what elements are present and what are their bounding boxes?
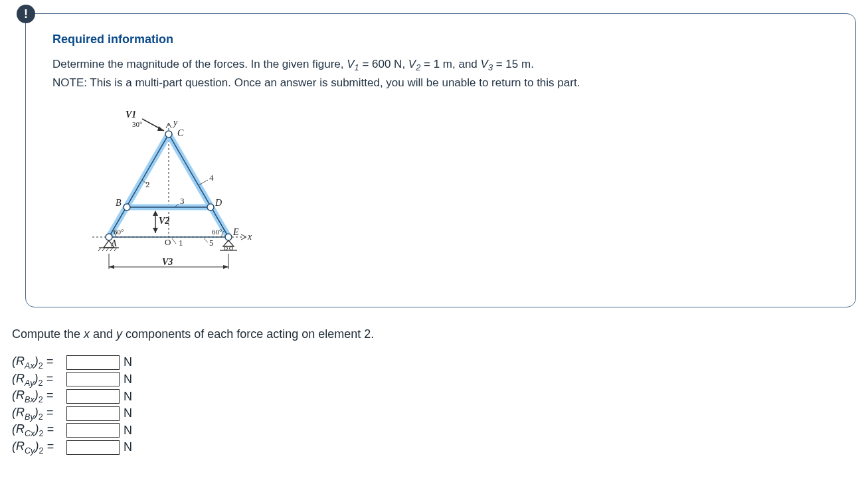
ans0-sub: Ax — [25, 361, 35, 371]
ans2-suf: 2 — [39, 395, 43, 404]
svg-line-5 — [169, 134, 228, 237]
input-rcx2[interactable] — [66, 423, 120, 438]
label-30deg: 30° — [132, 120, 142, 128]
question-text: Compute the x and y components of each f… — [12, 327, 856, 341]
svg-point-12 — [207, 204, 214, 210]
label-3: 3 — [180, 196, 185, 206]
ans4-suf: 2 — [39, 429, 43, 438]
answer-list: (RAx)2 = N (RAy)2 = N (RBx)2 = N (RBy)2 … — [12, 355, 861, 456]
label-v3: V3 — [162, 257, 173, 267]
label-5: 5 — [209, 238, 214, 248]
input-rbx2[interactable] — [66, 389, 120, 404]
answer-row-rbx2: (RBx)2 = N — [12, 388, 861, 404]
v3-sub: 3 — [488, 62, 493, 72]
svg-line-16 — [98, 248, 101, 251]
answer-row-ray2: (RAy)2 = N — [12, 372, 861, 388]
ans0-main: R — [16, 355, 25, 368]
label-v1: V1 — [126, 110, 136, 120]
unit-3: N — [124, 406, 132, 420]
ans3-suf: 2 — [39, 412, 43, 421]
label-60b: 60° — [212, 228, 222, 236]
svg-point-11 — [124, 204, 130, 210]
ans4-sub: Cx — [25, 429, 35, 438]
v2-value: = 1 m, and — [420, 58, 477, 70]
ans3-main: R — [16, 406, 25, 419]
answer-row-rax2: (RAx)2 = N — [12, 355, 861, 371]
label-v2: V2 — [159, 216, 169, 226]
alert-badge: ! — [17, 5, 35, 23]
label-E: E — [232, 227, 239, 237]
svg-line-36 — [172, 238, 176, 244]
svg-marker-26 — [157, 126, 164, 131]
input-rcy2[interactable] — [66, 440, 120, 455]
required-info-title: Required information — [52, 33, 829, 46]
input-ray2[interactable] — [66, 372, 120, 386]
q-y: y — [116, 327, 122, 341]
svg-line-40 — [204, 238, 208, 242]
ans0-suf: 2 — [39, 361, 43, 371]
label-2: 2 — [145, 179, 150, 189]
ans2-sub: Bx — [25, 395, 35, 404]
ans5-sub: Cy — [25, 446, 35, 456]
label-A: A — [110, 238, 117, 248]
svg-line-18 — [106, 248, 109, 251]
label-1: 1 — [179, 238, 183, 248]
label-60a: 60° — [114, 228, 124, 236]
truss-svg: y x — [79, 104, 265, 277]
ans4-main: R — [16, 422, 25, 436]
unit-4: N — [124, 424, 132, 438]
input-rax2[interactable] — [66, 355, 120, 370]
axis-y-label: y — [172, 118, 178, 127]
ans1-main: R — [16, 372, 25, 385]
svg-point-10 — [225, 234, 232, 240]
q-post: components of each force acting on eleme… — [122, 327, 374, 341]
svg-point-23 — [230, 247, 233, 250]
unit-0: N — [124, 355, 132, 369]
v1-value: = 600 N, — [359, 58, 405, 70]
v1-symbol: V — [347, 58, 354, 70]
svg-point-13 — [165, 131, 172, 137]
prompt-text: Determine the magnitude of the forces. I… — [52, 56, 829, 91]
answer-row-rcy2: (RCy)2 = N — [12, 440, 861, 456]
prompt-part-a: Determine the magnitude of the forces. I… — [52, 58, 343, 70]
label-D: D — [215, 198, 222, 208]
label-O: O — [165, 237, 171, 247]
truss-figure: y x — [79, 104, 829, 280]
v3-value: = 15 m. — [493, 58, 534, 70]
svg-marker-30 — [153, 210, 158, 216]
label-B: B — [116, 198, 122, 208]
ans1-sub: Ay — [25, 378, 35, 387]
unit-5: N — [124, 440, 132, 454]
svg-point-22 — [224, 247, 228, 250]
ans5-suf: 2 — [39, 446, 43, 456]
v3-symbol: V — [481, 58, 488, 70]
input-rby2[interactable] — [66, 406, 120, 421]
ans3-sub: By — [25, 412, 35, 421]
ans5-main: R — [16, 440, 25, 453]
unit-1: N — [124, 373, 132, 386]
ans1-suf: 2 — [39, 378, 43, 387]
v2-symbol: V — [408, 58, 416, 70]
svg-marker-21 — [223, 240, 234, 246]
q-mid: and — [90, 327, 116, 341]
svg-marker-35 — [223, 265, 228, 269]
axis-x-label: x — [247, 232, 252, 242]
label-C: C — [177, 128, 184, 138]
label-4: 4 — [209, 173, 214, 183]
v1-sub: 1 — [355, 62, 359, 72]
q-pre: Compute the — [12, 327, 84, 341]
answer-row-rby2: (RBy)2 = N — [12, 406, 861, 422]
ans2-main: R — [16, 388, 25, 402]
answer-row-rcx2: (RCx)2 = N — [12, 422, 861, 438]
info-card: ! Required information Determine the mag… — [25, 13, 856, 307]
unit-2: N — [124, 390, 132, 404]
svg-marker-34 — [109, 265, 114, 269]
svg-marker-28 — [153, 228, 158, 233]
q-x: x — [84, 327, 90, 341]
svg-line-17 — [102, 248, 105, 251]
note-text: NOTE: This is a multi-part question. Onc… — [52, 76, 580, 89]
